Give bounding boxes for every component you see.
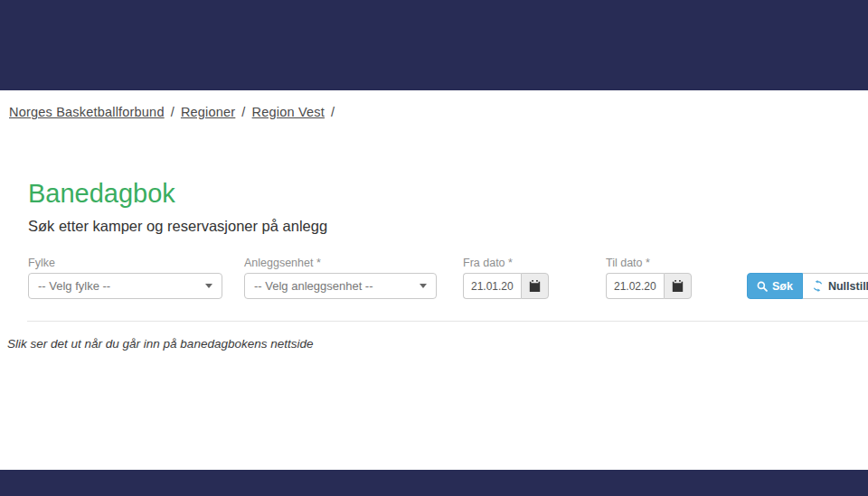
chevron-down-icon: [205, 284, 212, 288]
breadcrumb-separator: /: [331, 105, 335, 119]
fylke-selected-value: -- Velg fylke --: [38, 279, 110, 293]
anleggsenhet-select[interactable]: -- Velg anleggsenhet --: [244, 273, 437, 299]
fra-dato-calendar-button[interactable]: [521, 273, 549, 299]
calendar-icon: [529, 280, 541, 292]
breadcrumb: Norges Basketballforbund/Regioner/Region…: [9, 105, 341, 119]
breadcrumb-link-region-vest[interactable]: Region Vest: [252, 105, 325, 119]
breadcrumb-link-norges-basketballforbund[interactable]: Norges Basketballforbund: [9, 105, 165, 119]
fylke-label: Fylke: [28, 257, 55, 269]
fra-dato-input[interactable]: [463, 273, 521, 299]
fra-dato-label: Fra dato *: [463, 257, 513, 269]
section-divider: [27, 321, 868, 322]
til-dato-label: Til dato *: [606, 257, 650, 269]
anleggsenhet-selected-value: -- Velg anleggsenhet --: [254, 279, 373, 293]
nullstill-button-label: Nullstill: [828, 280, 868, 293]
breadcrumb-separator: /: [241, 105, 245, 119]
breadcrumb-link-regioner[interactable]: Regioner: [181, 105, 235, 119]
nullstill-button[interactable]: Nullstill: [803, 273, 868, 299]
til-dato-group: [606, 273, 692, 299]
breadcrumb-separator: /: [171, 105, 175, 119]
til-dato-input[interactable]: [606, 273, 664, 299]
fra-dato-group: [463, 273, 549, 299]
calendar-icon: [672, 280, 684, 292]
fylke-select[interactable]: -- Velg fylke --: [28, 273, 222, 299]
chevron-down-icon: [420, 284, 427, 288]
header-band: [0, 0, 868, 90]
search-icon: [757, 281, 768, 292]
til-dato-calendar-button[interactable]: [664, 273, 692, 299]
page-title: Banedagbok: [28, 179, 175, 209]
footer-band: [0, 470, 868, 496]
form-actions: Søk Nullstill: [747, 273, 868, 299]
page-subtitle: Søk etter kamper og reservasjoner på anl…: [28, 218, 327, 235]
sok-button[interactable]: Søk: [747, 273, 803, 299]
sok-button-label: Søk: [772, 280, 793, 293]
anleggsenhet-label: Anleggsenhet *: [244, 257, 321, 269]
screenshot-caption: Slik ser det ut når du går inn på baneda…: [7, 337, 313, 351]
refresh-icon: [812, 280, 824, 292]
